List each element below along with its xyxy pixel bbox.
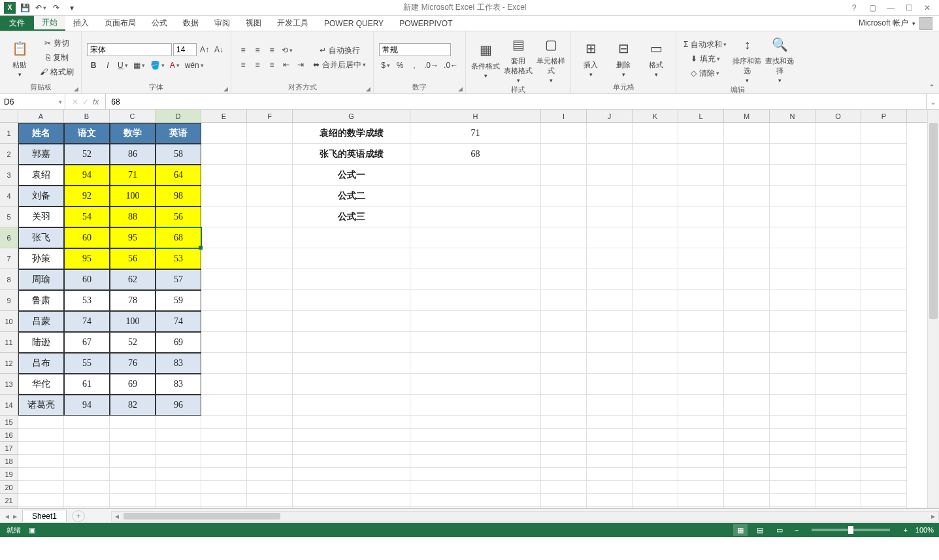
cell-P6[interactable]: [861, 227, 907, 248]
cell-F16[interactable]: [247, 429, 293, 442]
format-table-button[interactable]: ▤套用 表格格式▾: [504, 34, 533, 84]
cell-J16[interactable]: [587, 429, 633, 442]
cell-A6[interactable]: 张飞: [18, 227, 64, 248]
fill-button[interactable]: ⬇ 填充: [682, 52, 729, 65]
autosum-button[interactable]: Σ 自动求和: [682, 38, 729, 51]
cell-G5[interactable]: 公式三: [293, 206, 410, 227]
cell-H11[interactable]: [410, 332, 541, 353]
cell-H13[interactable]: [410, 374, 541, 395]
cell-P2[interactable]: [861, 144, 907, 165]
cell-K15[interactable]: [633, 416, 678, 429]
row-header-8[interactable]: 8: [0, 269, 18, 290]
cell-A22[interactable]: [18, 507, 64, 508]
cell-I3[interactable]: [541, 165, 587, 186]
row-header-1[interactable]: 1: [0, 123, 18, 144]
cell-J5[interactable]: [587, 206, 633, 227]
cell-D9[interactable]: 59: [156, 290, 201, 311]
cell-O2[interactable]: [815, 144, 861, 165]
cell-G22[interactable]: [293, 507, 410, 508]
cell-I17[interactable]: [541, 442, 587, 455]
cell-I4[interactable]: [541, 186, 587, 206]
cell-A2[interactable]: 郭嘉: [18, 144, 64, 165]
cell-L16[interactable]: [678, 429, 724, 442]
cell-M21[interactable]: [724, 494, 770, 507]
save-button[interactable]: 💾: [18, 1, 31, 14]
cell-H19[interactable]: [410, 468, 541, 481]
cell-N14[interactable]: [770, 395, 815, 416]
cell-E5[interactable]: [201, 206, 247, 227]
cell-A1[interactable]: 姓名: [18, 123, 64, 144]
cell-E12[interactable]: [201, 353, 247, 374]
cell-P5[interactable]: [861, 206, 907, 227]
cell-M14[interactable]: [724, 395, 770, 416]
cell-N21[interactable]: [770, 494, 815, 507]
cell-L3[interactable]: [678, 165, 724, 186]
cell-I13[interactable]: [541, 374, 587, 395]
underline-button[interactable]: U: [116, 59, 130, 72]
cell-J8[interactable]: [587, 269, 633, 290]
cell-J20[interactable]: [587, 481, 633, 494]
align-bottom-button[interactable]: ≡: [265, 44, 278, 57]
cell-F21[interactable]: [247, 494, 293, 507]
cell-N3[interactable]: [770, 165, 815, 186]
tab-view[interactable]: 视图: [238, 16, 269, 31]
cell-H9[interactable]: [410, 290, 541, 311]
cell-E6[interactable]: [201, 227, 247, 248]
cell-L18[interactable]: [678, 455, 724, 468]
format-painter-button[interactable]: 🖌 格式刷: [38, 65, 76, 78]
cell-F6[interactable]: [247, 227, 293, 248]
cell-E10[interactable]: [201, 311, 247, 332]
cell-K13[interactable]: [633, 374, 678, 395]
zoom-in-button[interactable]: +: [900, 526, 910, 534]
tab-file[interactable]: 文件: [0, 16, 34, 31]
cell-A19[interactable]: [18, 468, 64, 481]
cell-P7[interactable]: [861, 248, 907, 269]
tab-home[interactable]: 开始: [34, 16, 65, 31]
cell-B13[interactable]: 61: [64, 374, 110, 395]
cell-F14[interactable]: [247, 395, 293, 416]
tab-data[interactable]: 数据: [175, 16, 206, 31]
row-header-4[interactable]: 4: [0, 186, 18, 206]
cell-L6[interactable]: [678, 227, 724, 248]
cell-I14[interactable]: [541, 395, 587, 416]
cell-M1[interactable]: [724, 123, 770, 144]
undo-button[interactable]: ↶: [34, 1, 47, 14]
cell-M15[interactable]: [724, 416, 770, 429]
cell-G21[interactable]: [293, 494, 410, 507]
cell-D4[interactable]: 98: [156, 186, 201, 206]
cell-I2[interactable]: [541, 144, 587, 165]
zoom-slider[interactable]: [812, 529, 890, 531]
cell-H7[interactable]: [410, 248, 541, 269]
cell-F15[interactable]: [247, 416, 293, 429]
cell-B22[interactable]: [64, 507, 110, 508]
cell-A5[interactable]: 关羽: [18, 206, 64, 227]
cell-N20[interactable]: [770, 481, 815, 494]
alignment-launcher[interactable]: ◢: [366, 86, 371, 92]
cell-L14[interactable]: [678, 395, 724, 416]
bold-button[interactable]: B: [87, 59, 100, 72]
cell-A3[interactable]: 袁绍: [18, 165, 64, 186]
cell-I9[interactable]: [541, 290, 587, 311]
col-header-M[interactable]: M: [724, 110, 770, 122]
cell-G16[interactable]: [293, 429, 410, 442]
row-header-19[interactable]: 19: [0, 468, 18, 481]
cell-O5[interactable]: [815, 206, 861, 227]
paste-button[interactable]: 📋 粘贴 ▾: [5, 34, 34, 81]
row-header-15[interactable]: 15: [0, 416, 18, 429]
cell-J15[interactable]: [587, 416, 633, 429]
cell-F12[interactable]: [247, 353, 293, 374]
cell-A10[interactable]: 吕蒙: [18, 311, 64, 332]
cell-A21[interactable]: [18, 494, 64, 507]
normal-view-button[interactable]: ▦: [733, 524, 748, 536]
cell-O19[interactable]: [815, 468, 861, 481]
cell-N22[interactable]: [770, 507, 815, 508]
cell-B10[interactable]: 74: [64, 311, 110, 332]
cell-G10[interactable]: [293, 311, 410, 332]
cell-F1[interactable]: [247, 123, 293, 144]
tab-powerquery[interactable]: POWER QUERY: [316, 16, 391, 31]
tab-review[interactable]: 审阅: [206, 16, 238, 31]
cell-M13[interactable]: [724, 374, 770, 395]
cell-N15[interactable]: [770, 416, 815, 429]
cell-B15[interactable]: [64, 416, 110, 429]
cell-B14[interactable]: 94: [64, 395, 110, 416]
